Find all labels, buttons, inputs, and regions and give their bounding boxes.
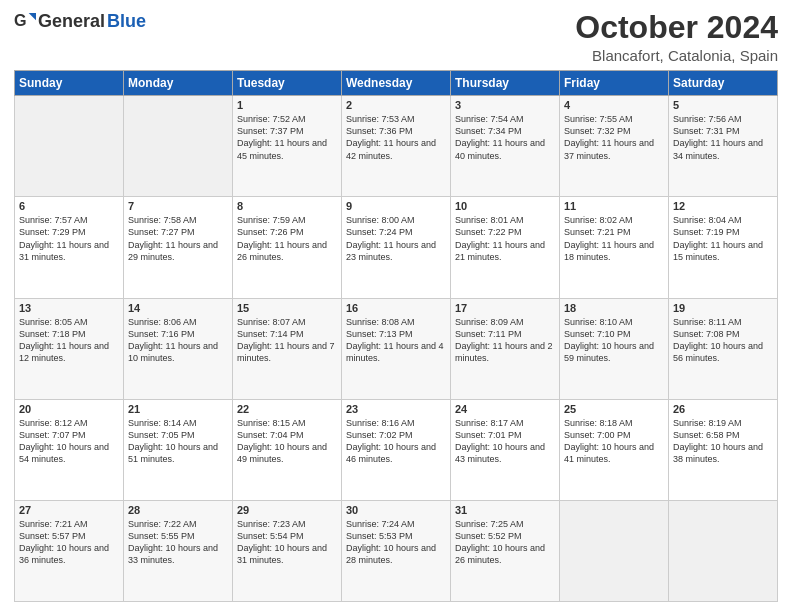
- calendar-cell: [669, 500, 778, 601]
- calendar-cell: 6Sunrise: 7:57 AM Sunset: 7:29 PM Daylig…: [15, 197, 124, 298]
- calendar-cell: 3Sunrise: 7:54 AM Sunset: 7:34 PM Daylig…: [451, 96, 560, 197]
- day-number: 19: [673, 302, 773, 314]
- calendar-cell: 12Sunrise: 8:04 AM Sunset: 7:19 PM Dayli…: [669, 197, 778, 298]
- day-number: 17: [455, 302, 555, 314]
- calendar-cell: 19Sunrise: 8:11 AM Sunset: 7:08 PM Dayli…: [669, 298, 778, 399]
- calendar-week-row: 20Sunrise: 8:12 AM Sunset: 7:07 PM Dayli…: [15, 399, 778, 500]
- day-number: 23: [346, 403, 446, 415]
- day-info: Sunrise: 8:16 AM Sunset: 7:02 PM Dayligh…: [346, 417, 446, 466]
- svg-text:G: G: [14, 11, 27, 29]
- header: G GeneralBlue October 2024 Blancafort, C…: [14, 10, 778, 64]
- calendar-cell: [560, 500, 669, 601]
- day-info: Sunrise: 7:59 AM Sunset: 7:26 PM Dayligh…: [237, 214, 337, 263]
- calendar-cell: 8Sunrise: 7:59 AM Sunset: 7:26 PM Daylig…: [233, 197, 342, 298]
- calendar-cell: 17Sunrise: 8:09 AM Sunset: 7:11 PM Dayli…: [451, 298, 560, 399]
- day-info: Sunrise: 7:57 AM Sunset: 7:29 PM Dayligh…: [19, 214, 119, 263]
- day-number: 15: [237, 302, 337, 314]
- calendar-cell: 18Sunrise: 8:10 AM Sunset: 7:10 PM Dayli…: [560, 298, 669, 399]
- calendar-cell: [124, 96, 233, 197]
- day-info: Sunrise: 8:08 AM Sunset: 7:13 PM Dayligh…: [346, 316, 446, 365]
- calendar-week-row: 6Sunrise: 7:57 AM Sunset: 7:29 PM Daylig…: [15, 197, 778, 298]
- day-info: Sunrise: 8:09 AM Sunset: 7:11 PM Dayligh…: [455, 316, 555, 365]
- calendar-cell: 1Sunrise: 7:52 AM Sunset: 7:37 PM Daylig…: [233, 96, 342, 197]
- calendar-header-friday: Friday: [560, 71, 669, 96]
- calendar-header-row: SundayMondayTuesdayWednesdayThursdayFrid…: [15, 71, 778, 96]
- day-number: 29: [237, 504, 337, 516]
- logo-icon: G: [14, 10, 36, 32]
- calendar-cell: 5Sunrise: 7:56 AM Sunset: 7:31 PM Daylig…: [669, 96, 778, 197]
- calendar-week-row: 13Sunrise: 8:05 AM Sunset: 7:18 PM Dayli…: [15, 298, 778, 399]
- day-number: 14: [128, 302, 228, 314]
- calendar-cell: 20Sunrise: 8:12 AM Sunset: 7:07 PM Dayli…: [15, 399, 124, 500]
- day-info: Sunrise: 7:54 AM Sunset: 7:34 PM Dayligh…: [455, 113, 555, 162]
- day-info: Sunrise: 8:04 AM Sunset: 7:19 PM Dayligh…: [673, 214, 773, 263]
- day-number: 10: [455, 200, 555, 212]
- logo-text-blue: Blue: [107, 11, 146, 32]
- calendar-cell: 9Sunrise: 8:00 AM Sunset: 7:24 PM Daylig…: [342, 197, 451, 298]
- day-number: 24: [455, 403, 555, 415]
- day-number: 21: [128, 403, 228, 415]
- calendar-header-tuesday: Tuesday: [233, 71, 342, 96]
- month-title: October 2024: [575, 10, 778, 45]
- day-number: 31: [455, 504, 555, 516]
- day-info: Sunrise: 7:24 AM Sunset: 5:53 PM Dayligh…: [346, 518, 446, 567]
- day-info: Sunrise: 7:55 AM Sunset: 7:32 PM Dayligh…: [564, 113, 664, 162]
- calendar-header-thursday: Thursday: [451, 71, 560, 96]
- day-info: Sunrise: 8:06 AM Sunset: 7:16 PM Dayligh…: [128, 316, 228, 365]
- day-info: Sunrise: 8:15 AM Sunset: 7:04 PM Dayligh…: [237, 417, 337, 466]
- day-number: 25: [564, 403, 664, 415]
- day-info: Sunrise: 7:52 AM Sunset: 7:37 PM Dayligh…: [237, 113, 337, 162]
- day-info: Sunrise: 8:05 AM Sunset: 7:18 PM Dayligh…: [19, 316, 119, 365]
- logo-text-general: General: [38, 11, 105, 32]
- calendar-cell: 13Sunrise: 8:05 AM Sunset: 7:18 PM Dayli…: [15, 298, 124, 399]
- logo-area: G GeneralBlue: [14, 10, 146, 32]
- day-info: Sunrise: 7:25 AM Sunset: 5:52 PM Dayligh…: [455, 518, 555, 567]
- day-info: Sunrise: 8:14 AM Sunset: 7:05 PM Dayligh…: [128, 417, 228, 466]
- day-number: 13: [19, 302, 119, 314]
- calendar-cell: 15Sunrise: 8:07 AM Sunset: 7:14 PM Dayli…: [233, 298, 342, 399]
- day-number: 3: [455, 99, 555, 111]
- day-info: Sunrise: 8:00 AM Sunset: 7:24 PM Dayligh…: [346, 214, 446, 263]
- day-number: 2: [346, 99, 446, 111]
- day-info: Sunrise: 8:01 AM Sunset: 7:22 PM Dayligh…: [455, 214, 555, 263]
- day-number: 26: [673, 403, 773, 415]
- calendar-cell: 28Sunrise: 7:22 AM Sunset: 5:55 PM Dayli…: [124, 500, 233, 601]
- day-number: 9: [346, 200, 446, 212]
- day-number: 1: [237, 99, 337, 111]
- day-number: 8: [237, 200, 337, 212]
- calendar-header-saturday: Saturday: [669, 71, 778, 96]
- calendar-cell: 7Sunrise: 7:58 AM Sunset: 7:27 PM Daylig…: [124, 197, 233, 298]
- day-number: 30: [346, 504, 446, 516]
- day-number: 28: [128, 504, 228, 516]
- calendar-table: SundayMondayTuesdayWednesdayThursdayFrid…: [14, 70, 778, 602]
- svg-marker-1: [29, 13, 36, 20]
- day-number: 18: [564, 302, 664, 314]
- day-number: 7: [128, 200, 228, 212]
- day-info: Sunrise: 7:58 AM Sunset: 7:27 PM Dayligh…: [128, 214, 228, 263]
- calendar-cell: 16Sunrise: 8:08 AM Sunset: 7:13 PM Dayli…: [342, 298, 451, 399]
- calendar-cell: 22Sunrise: 8:15 AM Sunset: 7:04 PM Dayli…: [233, 399, 342, 500]
- day-info: Sunrise: 8:12 AM Sunset: 7:07 PM Dayligh…: [19, 417, 119, 466]
- day-number: 20: [19, 403, 119, 415]
- day-info: Sunrise: 7:23 AM Sunset: 5:54 PM Dayligh…: [237, 518, 337, 567]
- day-number: 4: [564, 99, 664, 111]
- calendar-cell: 23Sunrise: 8:16 AM Sunset: 7:02 PM Dayli…: [342, 399, 451, 500]
- calendar-header-sunday: Sunday: [15, 71, 124, 96]
- calendar-cell: 25Sunrise: 8:18 AM Sunset: 7:00 PM Dayli…: [560, 399, 669, 500]
- day-info: Sunrise: 7:53 AM Sunset: 7:36 PM Dayligh…: [346, 113, 446, 162]
- day-number: 22: [237, 403, 337, 415]
- day-info: Sunrise: 8:11 AM Sunset: 7:08 PM Dayligh…: [673, 316, 773, 365]
- calendar-week-row: 1Sunrise: 7:52 AM Sunset: 7:37 PM Daylig…: [15, 96, 778, 197]
- day-number: 27: [19, 504, 119, 516]
- day-number: 11: [564, 200, 664, 212]
- logo: G GeneralBlue: [14, 10, 146, 32]
- day-info: Sunrise: 8:18 AM Sunset: 7:00 PM Dayligh…: [564, 417, 664, 466]
- calendar-cell: 10Sunrise: 8:01 AM Sunset: 7:22 PM Dayli…: [451, 197, 560, 298]
- calendar-cell: 26Sunrise: 8:19 AM Sunset: 6:58 PM Dayli…: [669, 399, 778, 500]
- calendar-cell: 2Sunrise: 7:53 AM Sunset: 7:36 PM Daylig…: [342, 96, 451, 197]
- day-number: 16: [346, 302, 446, 314]
- day-info: Sunrise: 8:02 AM Sunset: 7:21 PM Dayligh…: [564, 214, 664, 263]
- day-info: Sunrise: 7:56 AM Sunset: 7:31 PM Dayligh…: [673, 113, 773, 162]
- day-number: 6: [19, 200, 119, 212]
- calendar-header-wednesday: Wednesday: [342, 71, 451, 96]
